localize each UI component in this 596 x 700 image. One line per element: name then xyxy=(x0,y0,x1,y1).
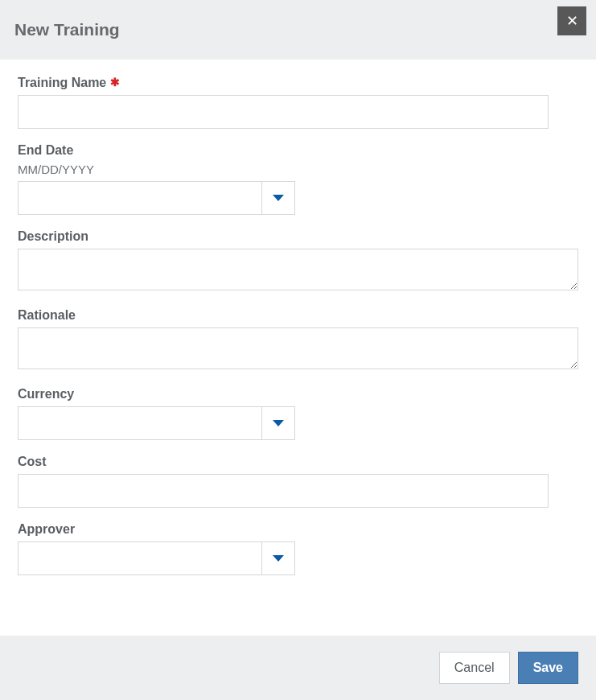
currency-dropdown-button[interactable] xyxy=(261,406,295,440)
required-icon: ✱ xyxy=(110,76,120,89)
end-date-picker-button[interactable] xyxy=(261,181,295,215)
cost-label: Cost xyxy=(18,455,578,469)
chevron-down-icon xyxy=(273,420,284,426)
training-name-group: Training Name ✱ xyxy=(18,76,578,129)
new-training-modal: New Training ✕ Training Name ✱ End Date … xyxy=(0,0,596,700)
approver-combo xyxy=(18,541,295,575)
approver-dropdown-button[interactable] xyxy=(261,541,295,575)
chevron-down-icon xyxy=(273,195,284,201)
training-name-label-text: Training Name xyxy=(18,76,106,89)
modal-header: New Training ✕ xyxy=(0,0,596,60)
approver-label: Approver xyxy=(18,522,578,537)
currency-combo xyxy=(18,406,295,440)
rationale-label: Rationale xyxy=(18,308,578,323)
cancel-button[interactable]: Cancel xyxy=(439,652,510,684)
description-label: Description xyxy=(18,229,578,244)
currency-group: Currency xyxy=(18,387,578,440)
cost-input[interactable] xyxy=(18,474,549,508)
approver-group: Approver xyxy=(18,522,578,575)
modal-title: New Training xyxy=(14,20,120,39)
cost-group: Cost xyxy=(18,455,578,508)
currency-label: Currency xyxy=(18,387,578,401)
chevron-down-icon xyxy=(273,555,284,562)
description-group: Description xyxy=(18,229,578,294)
end-date-format-hint: MM/DD/YYYY xyxy=(18,163,578,176)
modal-footer: Cancel Save xyxy=(0,636,596,700)
end-date-group: End Date MM/DD/YYYY xyxy=(18,143,578,215)
description-input[interactable] xyxy=(18,249,578,290)
end-date-input[interactable] xyxy=(18,181,261,215)
rationale-input[interactable] xyxy=(18,327,578,369)
modal-body: Training Name ✱ End Date MM/DD/YYYY Desc… xyxy=(0,60,596,636)
end-date-label: End Date xyxy=(18,143,578,158)
currency-input[interactable] xyxy=(18,406,261,440)
save-button[interactable]: Save xyxy=(518,652,578,684)
approver-input[interactable] xyxy=(18,541,261,575)
training-name-label: Training Name ✱ xyxy=(18,76,578,90)
close-icon: ✕ xyxy=(566,14,578,28)
training-name-input[interactable] xyxy=(18,95,549,129)
close-button[interactable]: ✕ xyxy=(557,6,586,35)
rationale-group: Rationale xyxy=(18,308,578,373)
end-date-combo xyxy=(18,181,295,215)
